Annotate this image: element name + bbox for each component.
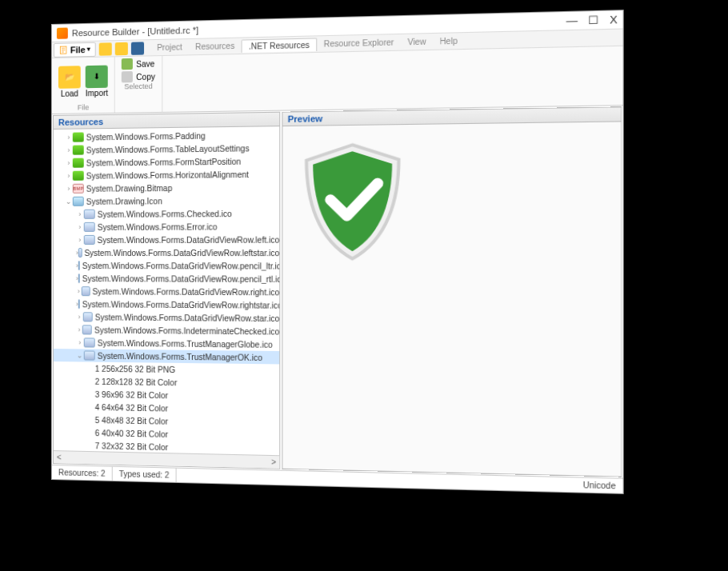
- load-button[interactable]: 📂 Load: [58, 66, 81, 98]
- ico-icon: [73, 197, 84, 206]
- ribbon-group-file: 📂 Load ⬇ Import File: [52, 57, 115, 114]
- tree-twisty-icon[interactable]: ›: [76, 223, 84, 231]
- tree-node-label: 2 128x128 32 Bit Color: [95, 377, 178, 387]
- tab-view[interactable]: View: [401, 35, 433, 50]
- tree-row[interactable]: ›System.Windows.Forms.DataGridViewRow.le…: [54, 246, 279, 259]
- ribbon-group-file-label: File: [78, 103, 89, 111]
- tree-twisty-icon[interactable]: ›: [76, 338, 84, 346]
- tab-help[interactable]: Help: [433, 34, 464, 49]
- folder-icon: [73, 132, 84, 142]
- import-icon: ⬇: [86, 65, 108, 88]
- folder-icon: [73, 171, 84, 181]
- maximize-button[interactable]: ☐: [588, 14, 598, 26]
- tree-twisty-icon[interactable]: ⌄: [76, 351, 84, 359]
- tree-twisty-icon[interactable]: ⌄: [65, 198, 73, 206]
- load-icon: 📂: [58, 66, 81, 89]
- tree-node-label: System.Drawing.Icon: [86, 197, 162, 206]
- save-button[interactable]: Save: [122, 58, 155, 70]
- copy-label: Copy: [136, 72, 155, 82]
- app-window: Resource Builder - [Untitled.rc *] — ☐ X…: [51, 10, 624, 494]
- file-icon: [78, 274, 80, 283]
- folder-icon: [73, 158, 84, 168]
- tree-twisty-icon[interactable]: ›: [65, 185, 73, 193]
- tree-node-label: 1 256x256 32 Bit PNG: [95, 364, 175, 373]
- tree-node-label: System.Windows.Forms.DataGridViewRow.rig…: [82, 300, 279, 310]
- tree-node-label: System.Windows.Forms.Error.ico: [98, 222, 218, 232]
- resources-panel: Resources ›System.Windows.Forms.Padding›…: [53, 112, 280, 469]
- file-icon: [82, 286, 90, 296]
- file-menu-label: File: [70, 45, 86, 54]
- tree-row[interactable]: ›System.Windows.Forms.Checked.ico: [54, 207, 279, 221]
- folder-icon: [73, 146, 84, 155]
- load-label: Load: [61, 89, 78, 98]
- bmp-icon: BMP: [73, 184, 84, 194]
- tree-node-label: System.Windows.Forms.Padding: [86, 131, 206, 142]
- tab--net-resources[interactable]: .NET Resources: [241, 38, 317, 53]
- tree-twisty-icon[interactable]: ›: [65, 159, 73, 167]
- tree-row[interactable]: ›System.Windows.Forms.DataGridViewRow.ri…: [54, 297, 279, 312]
- import-label: Import: [86, 88, 108, 98]
- tree-row[interactable]: ›System.Windows.Forms.DataGridViewRow.pe…: [54, 272, 279, 286]
- tree-row[interactable]: ›System.Windows.Forms.Error.ico: [54, 220, 279, 234]
- dropdown-icon: ▾: [87, 46, 90, 53]
- toolbar-icon-2[interactable]: [115, 42, 128, 54]
- tree-twisty-icon[interactable]: ›: [76, 313, 83, 321]
- tree-twisty-icon[interactable]: ›: [65, 172, 73, 180]
- tab-resource-explorer[interactable]: Resource Explorer: [317, 36, 401, 51]
- tree-node-label: System.Windows.Forms.DataGridViewRow.lef…: [84, 248, 279, 257]
- tree-row[interactable]: ⌄System.Drawing.Icon: [54, 194, 279, 208]
- tab-project[interactable]: Project: [150, 41, 189, 54]
- tree-node-label: System.Windows.Forms.TrustManagerGlobe.i…: [98, 338, 273, 349]
- file-icon: [84, 235, 95, 245]
- minimize-button[interactable]: —: [566, 14, 578, 27]
- ribbon-group-selected-label: Selected: [124, 82, 152, 91]
- save-label: Save: [136, 59, 154, 69]
- tree-twisty-icon[interactable]: ›: [76, 210, 84, 218]
- file-icon: [59, 45, 69, 54]
- tree-row[interactable]: ›System.Windows.Forms.DataGridViewRow.pe…: [54, 259, 279, 273]
- tree-node-label: System.Windows.Forms.IndeterminateChecke…: [94, 325, 279, 336]
- tree-twisty-icon[interactable]: ›: [65, 134, 73, 142]
- file-icon: [84, 222, 95, 232]
- tree-twisty-icon[interactable]: ›: [76, 325, 82, 333]
- file-icon: [84, 337, 95, 347]
- copy-button[interactable]: Copy: [122, 70, 155, 82]
- toolbar-icon-1[interactable]: [99, 42, 112, 55]
- save-icon: [122, 58, 133, 70]
- preview-body: [282, 122, 621, 476]
- tree-twisty-icon[interactable]: ›: [76, 236, 84, 244]
- preview-panel: Preview: [282, 106, 622, 477]
- tree-node-label: 3 96x96 32 Bit Color: [95, 389, 168, 400]
- toolbar-icon-3[interactable]: [131, 42, 144, 55]
- tree-node-label: 7 32x32 32 Bit Color: [95, 441, 168, 452]
- quick-toolbar: [99, 42, 144, 55]
- status-encoding: Unicode: [576, 481, 623, 491]
- tree-node-label: System.Drawing.Bitmap: [86, 183, 172, 193]
- tree-node-label: 6 40x40 32 Bit Color: [95, 429, 168, 439]
- tree-twisty-icon[interactable]: ›: [76, 287, 82, 295]
- import-button[interactable]: ⬇ Import: [86, 65, 108, 98]
- tree-node-label: 5 48x48 32 Bit Color: [95, 415, 168, 425]
- shield-ok-icon: [298, 140, 407, 265]
- file-icon: [78, 248, 82, 258]
- tree-row[interactable]: ›BMPSystem.Drawing.Bitmap: [54, 181, 279, 195]
- status-resources: Resources: 2: [52, 465, 113, 481]
- tree-node-label: System.Windows.Forms.Checked.ico: [98, 209, 232, 218]
- file-menu-button[interactable]: File ▾: [54, 42, 96, 57]
- tree-twisty-icon[interactable]: ›: [65, 146, 73, 154]
- tree-row[interactable]: ›System.Windows.Forms.DataGridViewRow.le…: [54, 233, 279, 246]
- file-icon: [84, 210, 95, 219]
- tree-node-label: System.Windows.Forms.DataGridViewRow.pen…: [82, 274, 279, 284]
- ribbon-group-selected: Save Copy Selected: [115, 56, 162, 113]
- ribbon: 📂 Load ⬇ Import File Save Copy: [52, 46, 623, 114]
- close-button[interactable]: X: [610, 14, 618, 26]
- tree-node-label: System.Windows.Forms.DataGridViewRow.rig…: [92, 287, 279, 297]
- scroll-right-icon[interactable]: >: [271, 457, 276, 466]
- tab-resources[interactable]: Resources: [189, 39, 241, 54]
- tree-row[interactable]: ›System.Windows.Forms.DataGridViewRow.ri…: [54, 285, 279, 298]
- file-icon: [82, 312, 92, 321]
- tree-node-label: System.Windows.Forms.DataGridViewRow.sta…: [95, 313, 280, 323]
- scroll-left-icon[interactable]: <: [57, 453, 62, 461]
- resource-tree[interactable]: ›System.Windows.Forms.Padding›System.Win…: [54, 126, 279, 455]
- tree-node-label: System.Windows.Forms.FormStartPosition: [86, 157, 241, 167]
